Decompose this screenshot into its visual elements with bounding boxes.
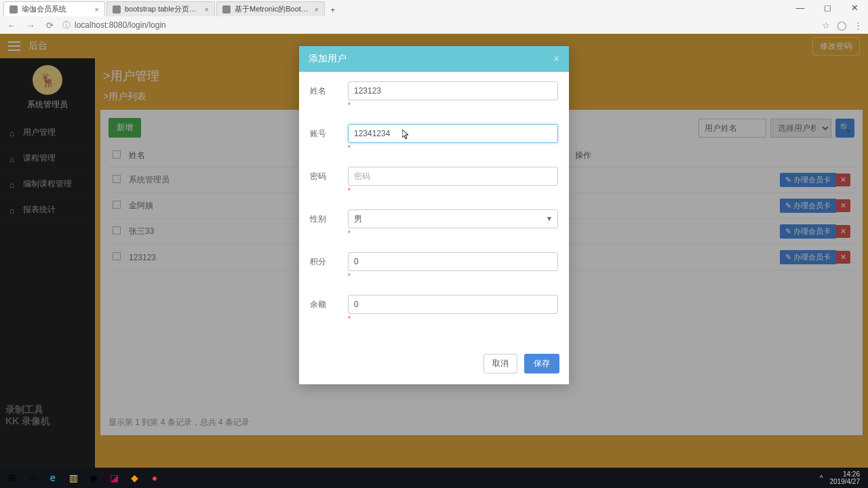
menu-icon[interactable]: ⋮ [854, 20, 863, 30]
tab-title: 瑜伽会员系统 [22, 4, 91, 14]
url-box[interactable]: ⓘ localhost:8080/login/login [62, 20, 815, 31]
modal-title: 添加用户 [309, 53, 347, 65]
window-controls: — ◻ ✕ [787, 0, 868, 15]
label-points: 积分 [310, 252, 348, 268]
required-mark: * [348, 315, 558, 323]
tab-bar: 瑜伽会员系统 × bootstrap table分页_百度搜索 × 基于Metr… [0, 0, 868, 16]
required-mark: * [348, 230, 558, 237]
modal-overlay: 添加用户 × 姓名 * 账号 * [0, 34, 868, 468]
info-icon: ⓘ [62, 20, 71, 31]
favicon-icon [113, 5, 121, 14]
modal-close-button[interactable]: × [553, 53, 559, 65]
label-name: 姓名 [310, 81, 348, 97]
favicon-icon [222, 5, 231, 14]
favicon-icon [9, 5, 18, 14]
tab-active[interactable]: 瑜伽会员系统 × [3, 1, 105, 16]
password-input[interactable] [348, 167, 558, 186]
cancel-button[interactable]: 取消 [484, 354, 517, 373]
account-input[interactable] [348, 124, 558, 143]
maximize-button[interactable]: ◻ [814, 0, 841, 15]
star-icon[interactable]: ☆ [822, 20, 830, 30]
url-text: localhost:8080/login/login [75, 20, 166, 30]
close-icon[interactable]: × [205, 5, 209, 14]
required-mark: * [348, 144, 558, 152]
close-window-button[interactable]: ✕ [841, 0, 868, 15]
back-button[interactable]: ← [5, 20, 18, 30]
name-input[interactable] [348, 81, 558, 100]
label-account: 账号 [310, 124, 348, 140]
browser-chrome: 瑜伽会员系统 × bootstrap table分页_百度搜索 × 基于Metr… [0, 0, 868, 34]
address-bar: ← → ⟳ ⓘ localhost:8080/login/login ☆ ◯ ⋮ [0, 16, 868, 34]
balance-input[interactable] [348, 295, 558, 314]
required-mark: * [348, 187, 558, 195]
gender-select[interactable]: 男 [348, 209, 558, 228]
tab-title: bootstrap table分页_百度搜索 [125, 4, 201, 14]
page: 后台 修改密码 🦌 系统管理员 ⌂用户管理 ⌂课程管理 ⌂编制课程管理 ⌂报表统… [0, 34, 868, 468]
required-mark: * [348, 102, 558, 109]
tab-metronic[interactable]: 基于Metronic的Bootstrap开发 × [216, 1, 325, 16]
label-password: 密码 [310, 167, 348, 182]
close-icon[interactable]: × [95, 5, 99, 14]
add-user-modal: 添加用户 × 姓名 * 账号 * [299, 46, 569, 384]
label-gender: 性别 [310, 209, 348, 225]
save-button[interactable]: 保存 [524, 354, 559, 373]
tab-title: 基于Metronic的Bootstrap开发 [235, 4, 311, 14]
points-input[interactable] [348, 252, 558, 271]
required-mark: * [348, 272, 558, 280]
minimize-button[interactable]: — [787, 0, 814, 15]
forward-button[interactable]: → [24, 20, 37, 30]
label-balance: 余额 [310, 295, 348, 310]
new-tab-button[interactable]: + [326, 3, 340, 16]
reload-button[interactable]: ⟳ [43, 20, 56, 30]
close-icon[interactable]: × [315, 5, 319, 14]
tab-baidu[interactable]: bootstrap table分页_百度搜索 × [106, 1, 215, 16]
profile-icon[interactable]: ◯ [837, 20, 847, 30]
